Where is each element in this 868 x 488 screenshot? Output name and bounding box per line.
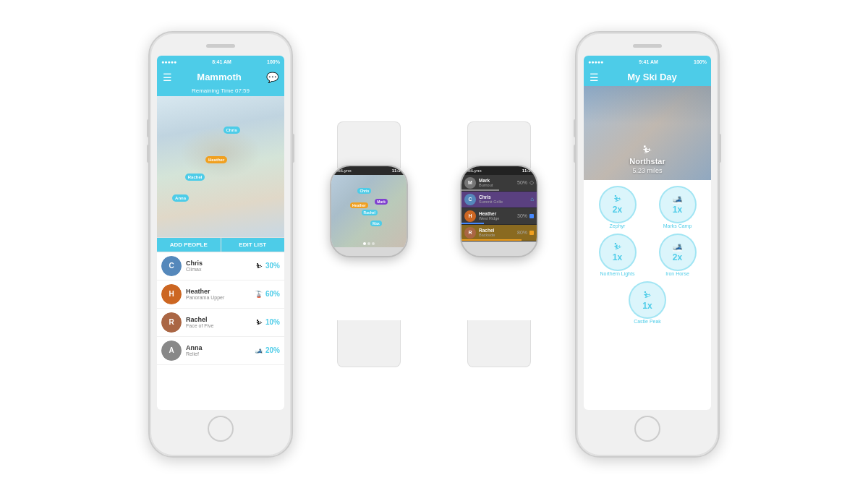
person-trail-chris: Climax	[186, 267, 256, 272]
menu-icon[interactable]: ☰	[163, 72, 172, 83]
watch-map: SkiLynx 11:34 Chris Heather Rachel Mark …	[315, 121, 423, 367]
watch-sub-chris: Summit Grille	[479, 200, 530, 204]
run-item-zephyr[interactable]: ⛷ 2x Zephyr	[590, 186, 645, 229]
list-item[interactable]: C Chris Climax ⛷ 30%	[157, 252, 284, 281]
home-button-2[interactable]	[634, 416, 660, 442]
run-count-markcamp: 1x	[673, 205, 682, 215]
avatar-heather: H	[161, 284, 182, 304]
watch-name-chris: Chris	[479, 194, 530, 200]
watch-band-top-2	[467, 121, 531, 168]
watch-row-heather[interactable]: H Heather West Ridge 30%	[461, 208, 537, 225]
watch-indicator-rachel	[529, 231, 534, 235]
battery-pct-chris: 30%	[265, 262, 280, 270]
watch-pin-mark: Mark	[375, 199, 388, 205]
watch-progress-rachel	[461, 239, 522, 241]
watch-indicator-heather	[529, 214, 534, 218]
watch-app-name-2: SkiLynx	[465, 168, 482, 173]
map-pin-anna: Anna	[172, 194, 189, 202]
person-info-heather: Heather Panorama Upper	[186, 288, 255, 300]
run-bubble-ironhorse: 🎿 2x	[659, 234, 697, 271]
iphone-notch	[150, 33, 292, 54]
watch-screen-1[interactable]: SkiLynx 11:34 Chris Heather Rachel Mark …	[331, 166, 407, 256]
run-name-castlepeak: Castle Peak	[634, 319, 661, 325]
watch-page-dots	[363, 242, 375, 245]
watch-map-area: Chris Heather Rachel Mark Max	[331, 175, 407, 247]
watch-avatar-heather: H	[464, 210, 476, 222]
volume-up-btn	[147, 119, 150, 137]
volume-down-btn-2	[574, 145, 576, 163]
person-trail-anna: Relief	[186, 351, 255, 356]
person-info-anna: Anna Relief	[186, 344, 255, 356]
watch-info-chris: Chris Summit Grille	[479, 194, 530, 204]
runs-grid: ⛷ 2x Zephyr 🎿 1x Marks Camp ⛷ 1x	[584, 180, 711, 331]
watch-name-mark: Mark	[479, 178, 517, 183]
mammoth-map[interactable]: Chris Heather Rachel Anna	[157, 96, 284, 237]
run-icon-castlepeak: ⛷	[643, 290, 652, 300]
watch-icon-chris: ⌂	[530, 196, 534, 202]
map-pin-heather: Heather	[205, 156, 227, 163]
run-icon-northern: ⛷	[613, 241, 622, 252]
run-name-ironhorse: Iron Horse	[665, 271, 689, 277]
battery-pct-rachel: 10%	[265, 318, 280, 326]
power-btn-2	[718, 134, 721, 163]
watch-name-rachel: Rachel	[479, 228, 517, 233]
skiday-title: My Ski Day	[599, 72, 705, 82]
run-name-markcamp: Marks Camp	[663, 223, 692, 229]
run-icon-zephyr: ⛷	[613, 194, 622, 204]
iphone-skiday: ●●●●● 9:41 AM 100% ☰ My Ski Day ⛷ Norths…	[575, 31, 720, 458]
map-background	[157, 96, 284, 237]
dot-3	[372, 242, 375, 245]
activity-icon-chris: ⛷	[256, 262, 263, 270]
watch-list: SkiLynx 11:33 M Mark Burnout 50% ◇ C	[445, 121, 553, 367]
watch-body-1: SkiLynx 11:34 Chris Heather Rachel Mark …	[330, 165, 408, 257]
watch-crown-1[interactable]	[407, 203, 408, 219]
battery-icon-2: 100%	[694, 59, 707, 64]
watch-pct-heather: 30%	[517, 213, 527, 218]
action-buttons: ADD PEOPLE EDIT LIST	[157, 237, 284, 252]
watch-time-2: 11:33	[522, 168, 533, 173]
run-count-ironhorse: 2x	[673, 252, 682, 262]
person-info-chris: Chris Climax	[186, 260, 256, 272]
run-name-northern: Northern Lights	[600, 271, 635, 277]
run-item-northern[interactable]: ⛷ 1x Northern Lights	[590, 234, 645, 277]
avatar-rachel: R	[161, 312, 182, 333]
chat-icon[interactable]: 💬	[266, 72, 278, 83]
run-count-zephyr: 2x	[613, 205, 622, 215]
menu-icon-2[interactable]: ☰	[590, 72, 599, 83]
edit-list-button[interactable]: EDIT LIST	[221, 238, 285, 252]
battery-pct-heather: 60%	[265, 290, 280, 298]
watch-screen-2[interactable]: SkiLynx 11:33 M Mark Burnout 50% ◇ C	[461, 166, 537, 256]
person-name-rachel: Rachel	[186, 316, 256, 323]
run-item-markcamp[interactable]: 🎿 1x Marks Camp	[650, 186, 705, 229]
watch-sub-mark: Burnout	[479, 183, 517, 187]
list-item[interactable]: A Anna Relief 🎿 20%	[157, 337, 284, 365]
run-count-northern: 1x	[613, 252, 622, 262]
battery-icon: 100%	[267, 59, 280, 64]
signal-icon-2: ●●●●●	[588, 59, 603, 64]
watch-pin-rachel: Rachel	[362, 210, 378, 215]
run-item-ironhorse[interactable]: 🎿 2x Iron Horse	[650, 234, 705, 277]
list-item[interactable]: R Rachel Face of Five ⛷ 10%	[157, 309, 284, 337]
main-scene: ●●●●● 8:41 AM 100% ☰ Mammoth 💬 Remaining…	[0, 0, 868, 488]
run-count-castlepeak: 1x	[642, 301, 652, 311]
run-name-zephyr: Zephyr	[610, 223, 626, 229]
add-people-button[interactable]: ADD PEOPLE	[157, 238, 221, 252]
status-bar-1: ●●●●● 8:41 AM 100%	[157, 56, 284, 69]
watch-row-rachel[interactable]: R Rachel Backside 80%	[461, 225, 537, 241]
watch-crown-2[interactable]	[537, 203, 538, 219]
mammoth-header: ☰ Mammoth 💬	[157, 69, 284, 86]
skiday-header: ☰ My Ski Day	[584, 69, 711, 86]
run-item-castlepeak[interactable]: ⛷ 1x Castle Peak	[629, 281, 666, 325]
battery-pct-anna: 20%	[265, 346, 280, 354]
run-bubble-castlepeak: ⛷ 1x	[629, 281, 666, 319]
watch-row-mark[interactable]: M Mark Burnout 50% ◇	[461, 175, 537, 192]
power-btn	[292, 134, 294, 163]
activity-icon-anna: 🎿	[255, 347, 263, 354]
watch-info-mark: Mark Burnout	[479, 178, 517, 187]
mammoth-title: Mammoth	[172, 72, 266, 82]
status-bar-2: ●●●●● 9:41 AM 100%	[584, 56, 711, 69]
home-button-1[interactable]	[208, 416, 234, 442]
person-trail-heather: Panorama Upper	[186, 295, 255, 300]
list-item[interactable]: H Heather Panorama Upper 🚡 60%	[157, 281, 284, 309]
watch-row-chris[interactable]: C Chris Summit Grille ⌂	[461, 192, 537, 208]
